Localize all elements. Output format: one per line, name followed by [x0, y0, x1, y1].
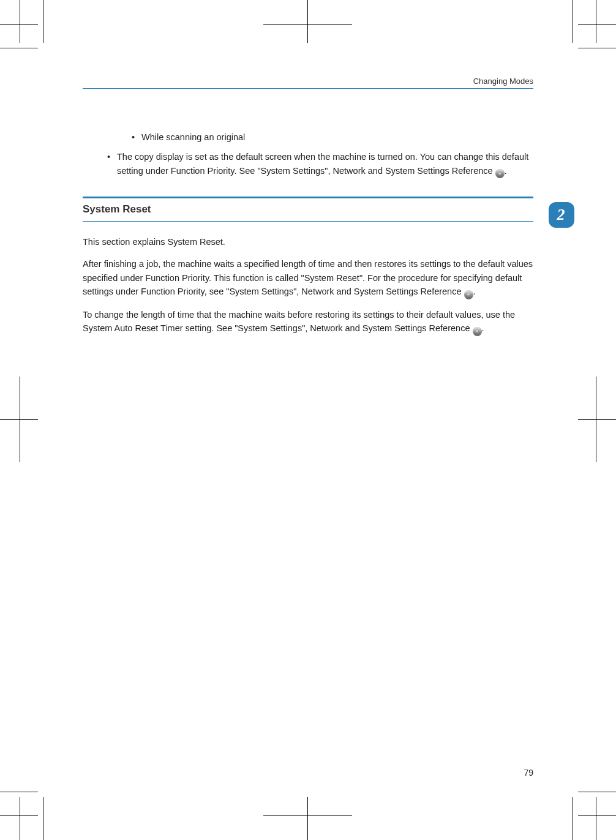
- section-top-rule: [83, 197, 533, 198]
- crop-mark: [578, 419, 616, 420]
- crop-mark: [307, 797, 308, 840]
- crop-mark: [0, 792, 38, 792]
- running-header: Changing Modes: [83, 77, 533, 94]
- crop-mark: [20, 797, 20, 840]
- page-number: 79: [524, 768, 533, 778]
- body-text: .: [473, 287, 476, 296]
- crop-mark: [573, 0, 573, 43]
- disc-icon: [464, 290, 473, 299]
- crop-mark: [596, 797, 596, 840]
- paragraph: This section explains System Reset.: [83, 235, 533, 249]
- body-text: To change the length of time that the ma…: [83, 310, 515, 333]
- list-item: The copy display is set as the default s…: [107, 150, 533, 178]
- section-heading: System Reset: [83, 201, 533, 221]
- crop-mark: [0, 815, 38, 816]
- body-text: The copy display is set as the default s…: [117, 152, 528, 175]
- body-text: .: [505, 166, 507, 176]
- crop-mark: [578, 815, 616, 816]
- crop-mark: [578, 24, 616, 25]
- crop-mark: [596, 377, 596, 462]
- crop-mark: [0, 48, 38, 48]
- list-item: While scanning an original: [132, 130, 533, 144]
- crop-mark: [578, 792, 616, 792]
- crop-mark: [0, 24, 38, 25]
- crop-mark: [573, 797, 573, 840]
- crop-mark: [578, 48, 616, 48]
- crop-mark: [263, 24, 352, 25]
- section-heading-block: System Reset: [83, 197, 533, 221]
- chapter-number: 2: [557, 206, 565, 224]
- crop-mark: [20, 377, 20, 462]
- disc-icon: [473, 327, 482, 336]
- crop-mark: [307, 0, 308, 43]
- disc-icon: [495, 169, 505, 178]
- crop-mark: [43, 0, 43, 43]
- chapter-tab: 2: [549, 202, 574, 228]
- crop-mark: [0, 419, 38, 420]
- header-rule: [83, 88, 533, 89]
- crop-mark: [43, 797, 43, 840]
- crop-mark: [20, 0, 20, 43]
- crop-mark: [263, 815, 352, 816]
- running-header-text: Changing Modes: [473, 77, 533, 86]
- crop-mark: [596, 0, 596, 43]
- paragraph: After finishing a job, the machine waits…: [83, 257, 533, 299]
- paragraph: To change the length of time that the ma…: [83, 308, 533, 336]
- body-text: .: [482, 323, 484, 333]
- body-text: While scanning an original: [141, 132, 245, 142]
